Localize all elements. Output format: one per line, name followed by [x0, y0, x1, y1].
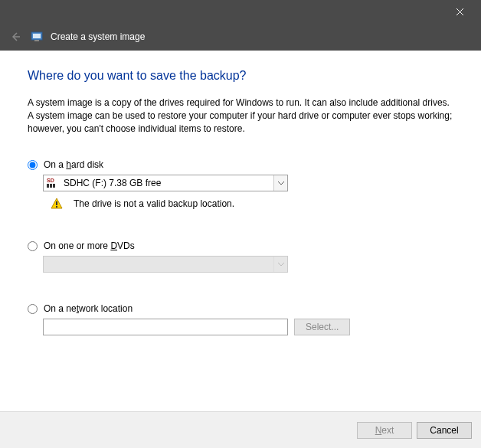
dvd-select: [43, 256, 288, 273]
drive-select-value: SDHC (F:) 7.38 GB free: [64, 178, 161, 188]
svg-rect-1: [33, 34, 41, 38]
window-title: Create a system image: [51, 31, 145, 42]
radio-network-label: On a network location: [44, 303, 133, 314]
radio-hard-disk[interactable]: [28, 160, 38, 170]
svg-rect-4: [47, 184, 49, 188]
next-button: Next: [357, 422, 412, 439]
option-dvd[interactable]: On one or more DVDs: [28, 240, 453, 251]
svg-rect-2: [34, 40, 39, 41]
radio-dvd[interactable]: [28, 241, 38, 251]
svg-text:SD: SD: [47, 178, 54, 183]
svg-rect-5: [50, 184, 52, 188]
content: Where do you want to save the backup? A …: [0, 51, 481, 411]
svg-rect-8: [56, 206, 57, 208]
back-icon: [8, 29, 23, 44]
chevron-down-icon: [273, 257, 287, 272]
close-icon[interactable]: [444, 0, 475, 23]
titlebar: [0, 0, 481, 23]
option-network[interactable]: On a network location: [28, 303, 453, 314]
warning-row: The drive is not a valid backup location…: [51, 198, 453, 210]
warning-text: The drive is not a valid backup location…: [74, 198, 234, 209]
warning-icon: [51, 198, 63, 210]
sd-card-icon: SD: [47, 177, 59, 189]
header: Create a system image: [0, 23, 481, 51]
footer: Next Cancel: [0, 411, 481, 448]
page-heading: Where do you want to save the backup?: [28, 69, 453, 83]
drive-select[interactable]: SD SDHC (F:) 7.38 GB free: [43, 175, 288, 191]
chevron-down-icon[interactable]: [273, 175, 287, 191]
page-description: A system image is a copy of the drives r…: [28, 96, 453, 135]
radio-network[interactable]: [28, 304, 38, 314]
radio-hard-disk-label: On a hard disk: [44, 159, 103, 170]
cancel-button[interactable]: Cancel: [417, 422, 472, 439]
option-hard-disk[interactable]: On a hard disk: [28, 159, 453, 170]
app-icon: [31, 31, 43, 43]
svg-rect-6: [53, 184, 55, 188]
network-path-input[interactable]: [43, 319, 288, 335]
svg-rect-7: [56, 201, 57, 205]
radio-dvd-label: On one or more DVDs: [44, 240, 135, 251]
select-network-button: Select...: [294, 319, 350, 335]
